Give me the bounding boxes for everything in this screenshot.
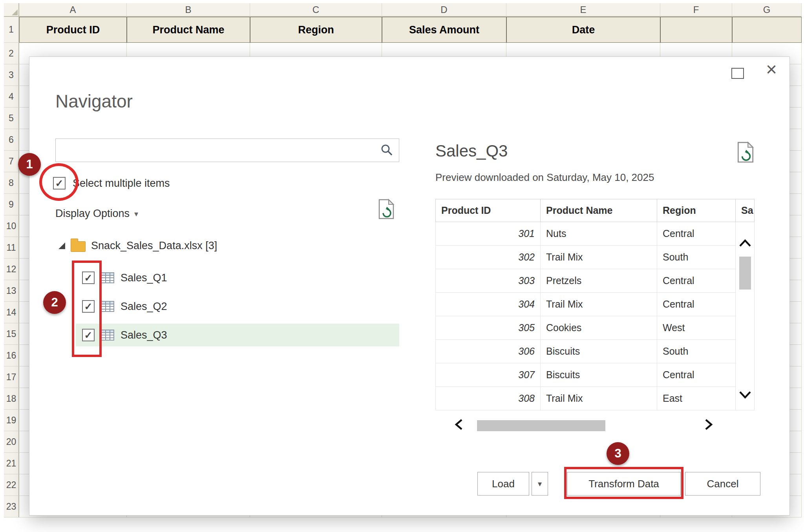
cell-product-id: 308 — [436, 387, 541, 410]
row-number-1[interactable]: 1 — [4, 17, 19, 43]
preview-row[interactable]: 305CookiesWest — [436, 316, 755, 340]
vertical-scroll-thumb[interactable] — [739, 257, 751, 290]
row-number-23[interactable]: 23 — [4, 496, 19, 517]
cell-product-name: Cookies — [541, 316, 657, 340]
navigator-dialog: × Navigator ✓ Select multiple items Disp… — [29, 56, 790, 516]
tree-item-label: Sales_Q2 — [121, 301, 167, 313]
row-number-7[interactable]: 7 — [4, 151, 19, 172]
preview-row[interactable]: 302Trail MixSouth — [436, 246, 755, 269]
cell-region: South — [657, 246, 736, 269]
row-number-18[interactable]: 18 — [4, 388, 19, 410]
scroll-right-icon[interactable] — [703, 418, 715, 431]
annotation-step-1-badge: 1 — [18, 153, 41, 176]
cancel-button[interactable]: Cancel — [685, 472, 760, 496]
annotation-rect-checkboxes — [72, 261, 102, 357]
annotation-circle-select-multiple — [39, 163, 79, 201]
column-header-product-name[interactable]: Product Name — [541, 199, 657, 222]
preview-row[interactable]: 301NutsCentral — [436, 222, 755, 246]
row-number-5[interactable]: 5 — [4, 107, 19, 129]
row-number-16[interactable]: 16 — [4, 345, 19, 366]
row-number-14[interactable]: 14 — [4, 302, 19, 323]
tree-item-label: Sales_Q3 — [121, 329, 167, 341]
column-letter-d[interactable]: D — [382, 3, 506, 17]
cell-product-name: Trail Mix — [541, 246, 657, 269]
load-dropdown-button[interactable]: ▾ — [532, 472, 548, 496]
tree-item-sales_q3[interactable]: ✓Sales_Q3 — [76, 324, 399, 346]
row-number-19[interactable]: 19 — [4, 410, 19, 431]
cell-region: Central — [657, 293, 736, 316]
row-number-6[interactable]: 6 — [4, 129, 19, 151]
cell-product-name: Biscuits — [541, 363, 657, 387]
row-number-17[interactable]: 17 — [4, 366, 19, 388]
annotation-rect-transform-data — [564, 467, 683, 499]
excel-window: ABCDEFG1Product IDProduct NameRegionSale… — [0, 0, 804, 532]
row-number-13[interactable]: 13 — [4, 280, 19, 302]
sheet-icon — [101, 272, 114, 283]
cell-product-name: Biscuits — [541, 340, 657, 363]
cell-product-id: 304 — [436, 293, 541, 316]
annotation-step-2-badge: 2 — [43, 291, 66, 314]
cell-product-id: 301 — [436, 222, 541, 246]
cell-product-name: Trail Mix — [541, 293, 657, 316]
preview-doc-icon[interactable] — [736, 142, 755, 164]
tree-item-sales_q2[interactable]: ✓Sales_Q2 — [76, 295, 399, 318]
preview-subtitle: Preview downloaded on Saturday, May 10, … — [435, 171, 654, 184]
row-number-21[interactable]: 21 — [4, 453, 19, 474]
scroll-down-icon[interactable] — [738, 390, 752, 401]
row-number-3[interactable]: 3 — [4, 64, 19, 86]
cell-region: Central — [657, 363, 736, 387]
scroll-left-icon[interactable] — [453, 418, 464, 431]
row-number-9[interactable]: 9 — [4, 194, 19, 215]
cell-c1[interactable]: Region — [250, 17, 382, 43]
preview-row[interactable]: 306BiscuitsSouth — [436, 340, 755, 363]
row-number-11[interactable]: 11 — [4, 237, 19, 259]
cell-e1[interactable]: Date — [506, 17, 660, 43]
load-button[interactable]: Load — [477, 472, 529, 496]
annotation-step-3-badge: 3 — [607, 442, 629, 465]
row-number-2[interactable]: 2 — [4, 43, 19, 64]
column-letter-g[interactable]: G — [732, 3, 802, 17]
cell-d1[interactable]: Sales Amount — [382, 17, 506, 43]
chevron-down-icon: ▾ — [538, 479, 542, 488]
preview-row[interactable]: 307BiscuitsCentral — [436, 363, 755, 387]
row-number-22[interactable]: 22 — [4, 474, 19, 496]
cell-region: West — [657, 316, 736, 340]
row-number-4[interactable]: 4 — [4, 86, 19, 107]
row-number-8[interactable]: 8 — [4, 172, 19, 194]
column-header-clipped[interactable]: Sa — [736, 199, 755, 222]
cell-region: East — [657, 387, 736, 410]
column-letter-f[interactable]: F — [660, 3, 732, 17]
cell-f1[interactable] — [660, 17, 732, 43]
cell-product-name: Nuts — [541, 222, 657, 246]
column-letter-c[interactable]: C — [250, 3, 382, 17]
cell-product-name: Pretzels — [541, 269, 657, 293]
column-letter-e[interactable]: E — [506, 3, 660, 17]
select-all-corner[interactable] — [4, 3, 19, 17]
cell-region: Central — [657, 269, 736, 293]
row-number-20[interactable]: 20 — [4, 431, 19, 453]
column-header-product-id[interactable]: Product ID — [436, 199, 541, 222]
column-letter-b[interactable]: B — [127, 3, 250, 17]
preview-row[interactable]: 303PretzelsCentral — [436, 269, 755, 293]
cell-product-id: 302 — [436, 246, 541, 269]
cell-region: Central — [657, 222, 736, 246]
cell-b1[interactable]: Product Name — [127, 17, 250, 43]
tree-item-sales_q1[interactable]: ✓Sales_Q1 — [76, 266, 399, 289]
preview-row[interactable]: 304Trail MixCentral — [436, 293, 755, 316]
preview-row[interactable]: 308Trail MixEast — [436, 387, 755, 410]
cell-product-id: 305 — [436, 316, 541, 340]
cell-product-id: 306 — [436, 340, 541, 363]
sheet-icon — [101, 330, 114, 341]
sheet-icon — [101, 301, 114, 312]
column-letter-a[interactable]: A — [19, 3, 127, 17]
column-header-region[interactable]: Region — [657, 199, 736, 222]
cell-a1[interactable]: Product ID — [19, 17, 127, 43]
scroll-up-icon[interactable] — [738, 238, 752, 250]
row-number-10[interactable]: 10 — [4, 215, 19, 237]
row-number-12[interactable]: 12 — [4, 259, 19, 280]
cell-region: South — [657, 340, 736, 363]
cell-g1[interactable] — [732, 17, 802, 43]
horizontal-scroll-thumb[interactable] — [477, 420, 605, 431]
vertical-scrollbar[interactable] — [736, 237, 754, 402]
row-number-15[interactable]: 15 — [4, 323, 19, 345]
